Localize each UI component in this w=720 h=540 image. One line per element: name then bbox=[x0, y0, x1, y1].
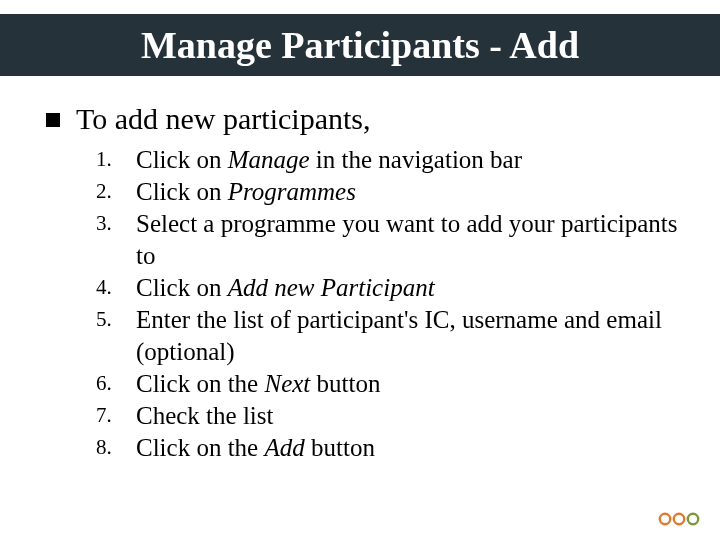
step-text: Click on the bbox=[136, 434, 264, 461]
step-text: in the navigation bar bbox=[310, 146, 522, 173]
steps-list: Click on Manage in the navigation barCli… bbox=[46, 144, 680, 464]
step-text: Select a programme you want to add your … bbox=[136, 210, 684, 269]
svg-point-2 bbox=[688, 514, 698, 524]
slide-body: To add new participants, Click on Manage… bbox=[46, 100, 680, 464]
list-item: Select a programme you want to add your … bbox=[130, 208, 680, 272]
step-text: Check the list bbox=[136, 402, 273, 429]
step-text: Click on bbox=[136, 178, 228, 205]
list-item: Click on Add new Participant bbox=[130, 272, 680, 304]
slide: Manage Participants - Add To add new par… bbox=[0, 0, 720, 540]
italic-text: Manage bbox=[228, 146, 310, 173]
step-text: Click on bbox=[136, 274, 228, 301]
list-item: Click on Manage in the navigation bar bbox=[130, 144, 680, 176]
list-item: Enter the list of participant's IC, user… bbox=[130, 304, 680, 368]
nav-dot-icon bbox=[672, 512, 686, 526]
list-item: Click on the Add button bbox=[130, 432, 680, 464]
title-band: Manage Participants - Add bbox=[0, 14, 720, 76]
step-text: Click on bbox=[136, 146, 228, 173]
italic-text: Next bbox=[264, 370, 310, 397]
list-item: Check the list bbox=[130, 400, 680, 432]
lead-text: To add new participants, bbox=[76, 102, 370, 135]
lead-line: To add new participants, bbox=[46, 100, 680, 138]
italic-text: Programmes bbox=[228, 178, 356, 205]
square-bullet-icon bbox=[46, 113, 60, 127]
nav-dot-icon bbox=[658, 512, 672, 526]
footer-dots bbox=[658, 512, 700, 526]
step-text: button bbox=[310, 370, 380, 397]
nav-dot-icon bbox=[686, 512, 700, 526]
italic-text: Add bbox=[264, 434, 304, 461]
step-text: Enter the list of participant's IC, user… bbox=[136, 306, 668, 365]
list-item: Click on Programmes bbox=[130, 176, 680, 208]
svg-point-0 bbox=[660, 514, 670, 524]
step-text: button bbox=[305, 434, 375, 461]
slide-title: Manage Participants - Add bbox=[0, 14, 720, 76]
italic-text: Add new Participant bbox=[228, 274, 435, 301]
svg-point-1 bbox=[674, 514, 684, 524]
list-item: Click on the Next button bbox=[130, 368, 680, 400]
step-text: Click on the bbox=[136, 370, 264, 397]
